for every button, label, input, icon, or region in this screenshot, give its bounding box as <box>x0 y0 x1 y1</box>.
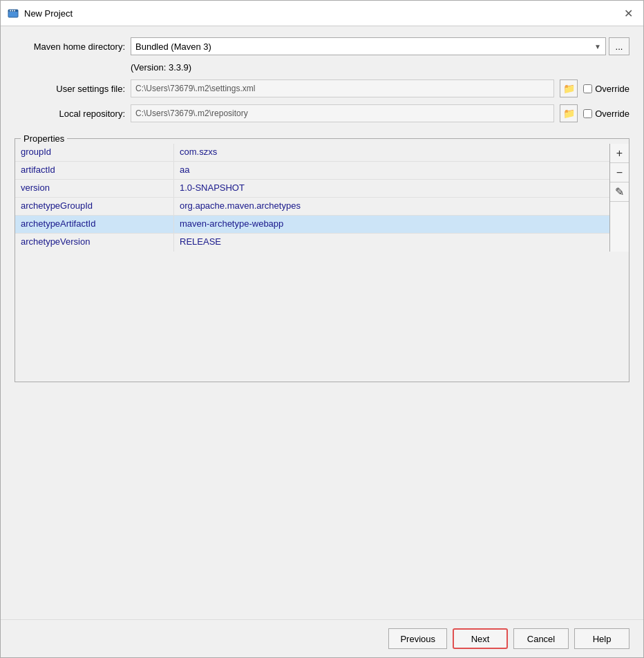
help-button[interactable]: Help <box>574 628 629 649</box>
svg-point-4 <box>14 10 15 12</box>
prop-value: aa <box>174 162 609 179</box>
maven-home-row: Maven home directory: Bundled (Maven 3) … <box>15 37 629 55</box>
prop-key: groupId <box>15 144 174 161</box>
user-settings-path: C:\Users\73679\.m2\settings.xml <box>131 79 554 97</box>
local-repo-browse-button[interactable]: 📁 <box>560 104 578 122</box>
maven-home-label: Maven home directory: <box>15 41 125 52</box>
user-settings-browse-button[interactable]: 📁 <box>560 79 578 97</box>
maven-home-browse-button[interactable]: ... <box>609 37 629 55</box>
version-line: (Version: 3.3.9) <box>15 62 629 73</box>
user-settings-override-checkbox[interactable] <box>583 84 592 93</box>
dialog-content: Maven home directory: Bundled (Maven 3) … <box>1 26 643 619</box>
previous-button[interactable]: Previous <box>388 628 447 649</box>
properties-table: groupId com.szxs artifactId aa version 1… <box>15 144 609 252</box>
close-button[interactable]: ✕ <box>620 5 636 21</box>
properties-legend: Properties <box>21 133 67 144</box>
user-settings-label: User settings file: <box>15 84 125 94</box>
maven-home-value: Bundled (Maven 3) <box>135 41 211 52</box>
prop-value: RELEASE <box>174 234 609 252</box>
prop-key: archetypeVersion <box>15 234 174 252</box>
prop-key: version <box>15 180 174 197</box>
table-row[interactable]: archetypeGroupId org.apache.maven.archet… <box>15 198 609 216</box>
properties-sidebar: +−✎ <box>609 144 629 252</box>
new-project-dialog: New Project ✕ Maven home directory: Bund… <box>0 0 644 658</box>
prop-key: artifactId <box>15 162 174 179</box>
next-label: Next <box>471 634 490 644</box>
table-row[interactable]: artifactId aa <box>15 162 609 180</box>
prop-value: org.apache.maven.archetypes <box>174 198 609 215</box>
folder-icon: 📁 <box>563 108 575 119</box>
table-row[interactable]: archetypeVersion RELEASE <box>15 234 609 252</box>
local-repo-override-label[interactable]: Override <box>583 109 629 119</box>
properties-table-container: groupId com.szxs artifactId aa version 1… <box>15 144 629 252</box>
empty-area <box>15 389 629 608</box>
title-bar: New Project ✕ <box>1 1 643 26</box>
prop-key: archetypeGroupId <box>15 198 174 215</box>
next-button[interactable]: Next <box>453 628 508 649</box>
folder-icon: 📁 <box>563 83 575 94</box>
local-repo-label: Local repository: <box>15 109 125 119</box>
prop-key: archetypeArtifactId <box>15 216 174 233</box>
svg-point-2 <box>10 10 11 12</box>
prop-value: com.szxs <box>174 144 609 161</box>
add-property-button[interactable]: + <box>610 144 629 163</box>
user-settings-row: User settings file: C:\Users\73679\.m2\s… <box>15 79 629 97</box>
edit-property-button[interactable]: ✎ <box>610 182 629 202</box>
properties-fieldset: Properties groupId com.szxs artifactId a… <box>15 133 629 382</box>
table-row[interactable]: groupId com.szxs <box>15 144 609 162</box>
svg-point-3 <box>12 10 13 12</box>
dialog-title: New Project <box>24 8 620 19</box>
prop-value: 1.0-SNAPSHOT <box>174 180 609 197</box>
local-repo-path: C:\Users\73679\.m2\repository <box>131 104 554 122</box>
user-settings-override-label[interactable]: Override <box>583 84 629 94</box>
maven-home-dropdown[interactable]: Bundled (Maven 3) ▼ <box>131 37 606 55</box>
table-row[interactable]: archetypeArtifactId maven-archetype-weba… <box>15 216 609 234</box>
dialog-footer: Previous Next Cancel Help <box>1 619 643 657</box>
remove-property-button[interactable]: − <box>610 163 629 182</box>
local-repo-row: Local repository: C:\Users\73679\.m2\rep… <box>15 104 629 122</box>
dialog-icon <box>8 8 19 19</box>
chevron-down-icon: ▼ <box>594 43 601 50</box>
cancel-button[interactable]: Cancel <box>513 628 569 649</box>
local-repo-override-checkbox[interactable] <box>583 109 592 118</box>
maven-home-combo-container: Bundled (Maven 3) ▼ ... <box>131 37 629 55</box>
prop-value: maven-archetype-webapp <box>174 216 609 233</box>
table-row[interactable]: version 1.0-SNAPSHOT <box>15 180 609 198</box>
